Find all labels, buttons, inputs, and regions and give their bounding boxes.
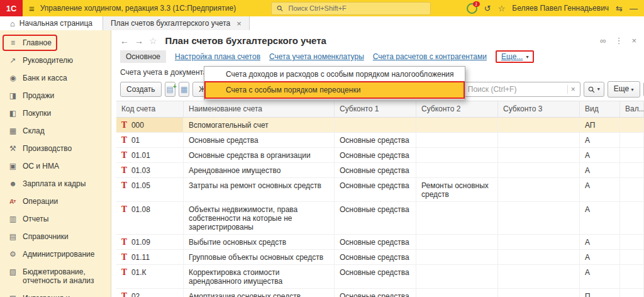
- column-header[interactable]: Субконто 1: [335, 101, 416, 118]
- sidebar-item-label: Производство: [23, 144, 72, 153]
- cell-subconto3: [498, 250, 580, 265]
- table-search-input[interactable]: [467, 84, 567, 94]
- cell-code: Т000: [116, 118, 184, 133]
- column-header[interactable]: Субконто 2: [416, 101, 498, 118]
- sidebar-item-catalogs[interactable]: ▤Справочники: [0, 228, 111, 245]
- cell-subconto3: [498, 178, 580, 202]
- account-code: 01.01: [131, 151, 150, 160]
- clear-search-icon[interactable]: ×: [567, 85, 579, 94]
- column-header[interactable]: Вал...: [620, 101, 644, 118]
- tab-osnovnoe[interactable]: Основное: [120, 50, 166, 63]
- user-name[interactable]: Беляев Павел Геннадьевич: [512, 4, 609, 13]
- minimize-icon[interactable]: —: [630, 4, 638, 13]
- sidebar-item-warehouse[interactable]: ▦Склад: [0, 122, 111, 140]
- sidebar-item-label: Отчеты: [23, 215, 48, 223]
- nav-link[interactable]: Счета учета номенклатуры: [269, 52, 364, 61]
- form-header: ← → ☆ План счетов бухгалтерского учета ∞…: [111, 30, 644, 49]
- service-menu-icon[interactable]: ⇆: [616, 4, 623, 13]
- warehouse-icon: ▦: [8, 126, 18, 135]
- dropdown-item[interactable]: Счета с особым порядком переоценки: [204, 81, 465, 99]
- favorite-star-icon[interactable]: ☆: [149, 36, 157, 46]
- dropdown-item[interactable]: Счета доходов и расходов с особым порядк…: [204, 67, 465, 81]
- sidebar-item-budgeting[interactable]: ▧Бюджетирование, отчетность и анализ: [0, 263, 111, 289]
- hamburger-menu-icon[interactable]: ≡: [29, 4, 35, 13]
- sidebar-item-inner: ДтОперации: [3, 193, 64, 210]
- account-icon: Т: [121, 151, 127, 160]
- sidebar-item-label: Главное: [23, 38, 52, 47]
- history-icon[interactable]: ↺: [484, 4, 491, 13]
- column-header[interactable]: Наименование счета: [184, 101, 335, 118]
- account-code: 01.05: [131, 181, 150, 190]
- sidebar-item-integration[interactable]: ▨Интеграция и: [0, 289, 111, 297]
- more-menu-icon[interactable]: ⋮: [614, 36, 623, 45]
- table-search[interactable]: ×: [461, 82, 580, 97]
- table-row[interactable]: Т000Вспомогательный счетАП: [116, 118, 644, 133]
- more-button[interactable]: Еще ▾: [608, 81, 640, 98]
- chevron-down-icon: ▾: [631, 87, 634, 92]
- close-form-icon[interactable]: ×: [631, 36, 636, 45]
- column-header[interactable]: Код счета: [116, 101, 184, 118]
- account-icon: Т: [121, 136, 127, 145]
- cell-kind: А: [580, 148, 620, 163]
- tab-chart-of-accounts[interactable]: План счетов бухгалтерского учета ×: [103, 16, 250, 30]
- favorites-star-icon[interactable]: ☆: [498, 4, 506, 13]
- global-search-input[interactable]: [287, 4, 426, 13]
- cell-name: Затраты на ремонт основных средств: [184, 178, 335, 202]
- sidebar-item-inner: ◨Продажи: [3, 87, 60, 104]
- sidebar-item-manager[interactable]: ↗Руководителю: [0, 52, 111, 69]
- cell-name: Объекты недвижимости, права собственност…: [184, 202, 335, 235]
- table-row[interactable]: Т02Амортизация основных средствОсновные …: [116, 289, 644, 297]
- search-options-button[interactable]: ▾: [584, 82, 604, 97]
- copy-button[interactable]: ▦: [179, 82, 189, 97]
- sidebar-item-sales[interactable]: ◨Продажи: [0, 87, 111, 104]
- column-header[interactable]: Субконто 3: [498, 101, 580, 118]
- cell-code: Т01.03: [116, 163, 184, 178]
- sidebar-item-label: Интеграция и: [23, 294, 70, 297]
- table-row[interactable]: Т01.05Затраты на ремонт основных средств…: [116, 178, 644, 202]
- sidebar-item-label: Склад: [23, 126, 45, 135]
- table-row[interactable]: Т01.09Выбытие основных средствОсновные с…: [116, 235, 644, 250]
- table-row[interactable]: Т01.11Групповые объекты основных средств…: [116, 250, 644, 265]
- nav-link[interactable]: Настройка плана счетов: [175, 52, 260, 61]
- table-row[interactable]: Т01.03Арендованное имуществоОсновные сре…: [116, 163, 644, 178]
- cell-subconto2: [416, 235, 498, 250]
- cell-kind: А: [580, 133, 620, 148]
- cell-kind: А: [580, 250, 620, 265]
- sidebar-item-inner: ▥Отчеты: [3, 211, 54, 227]
- sidebar-item-reports[interactable]: ▥Отчеты: [0, 210, 111, 228]
- forward-button[interactable]: →: [135, 36, 143, 46]
- create-group-button[interactable]: ▤+: [165, 82, 175, 97]
- sidebar-item-purchases[interactable]: ◧Покупки: [0, 104, 111, 122]
- table-row[interactable]: Т01.ККорректировка стоимости арендованно…: [116, 265, 644, 289]
- cell-currency: [620, 289, 644, 297]
- create-button[interactable]: Создать: [120, 82, 162, 97]
- table-row[interactable]: Т01.01Основные средства в организацииОсн…: [116, 148, 644, 163]
- sidebar-item-salary-hr[interactable]: ☻Зарплата и кадры: [0, 175, 111, 193]
- nav-link[interactable]: Счета расчетов с контрагентами: [373, 52, 487, 61]
- back-button[interactable]: ←: [120, 36, 129, 46]
- chevron-down-icon: ▾: [526, 54, 528, 60]
- cell-subconto3: [498, 202, 580, 235]
- sidebar-item-bank-cash[interactable]: ◉Банк и касса: [0, 69, 111, 87]
- table-row[interactable]: Т01Основные средстваОсновные средстваА: [116, 133, 644, 148]
- sidebar-item-inner: ⚙Администрирование: [3, 246, 100, 262]
- global-search[interactable]: [271, 2, 431, 15]
- sidebar-item-main-section[interactable]: ≡Главное: [0, 34, 111, 52]
- table-row[interactable]: Т01.08Объекты недвижимости, права собств…: [116, 202, 644, 235]
- column-header[interactable]: Вид: [580, 101, 620, 118]
- sidebar-item-operations[interactable]: ДтОперации: [0, 193, 111, 210]
- sidebar-item-production[interactable]: ⚒Производство: [0, 140, 111, 157]
- fixed-assets-icon: ▣: [8, 162, 18, 171]
- search-icon: [588, 86, 595, 93]
- get-link-icon[interactable]: ∞: [600, 36, 606, 45]
- accounts-in-documents-link[interactable]: Счета учета в документах: [120, 68, 211, 77]
- more-link[interactable]: Еще... ▾: [496, 50, 534, 63]
- app-title: Управление холдингом, редакция 3.3 (1С:П…: [40, 4, 236, 13]
- account-code: 02: [131, 292, 140, 297]
- sidebar-item-administration[interactable]: ⚙Администрирование: [0, 245, 111, 263]
- notifications-icon[interactable]: 1: [467, 3, 477, 14]
- cell-subconto1: Основные средства: [335, 178, 416, 202]
- tab-close-icon[interactable]: ×: [236, 19, 242, 28]
- sidebar-item-fixed-assets[interactable]: ▣ОС и НМА: [0, 157, 111, 175]
- home-tab[interactable]: ⌂ Начальная страница: [0, 16, 103, 30]
